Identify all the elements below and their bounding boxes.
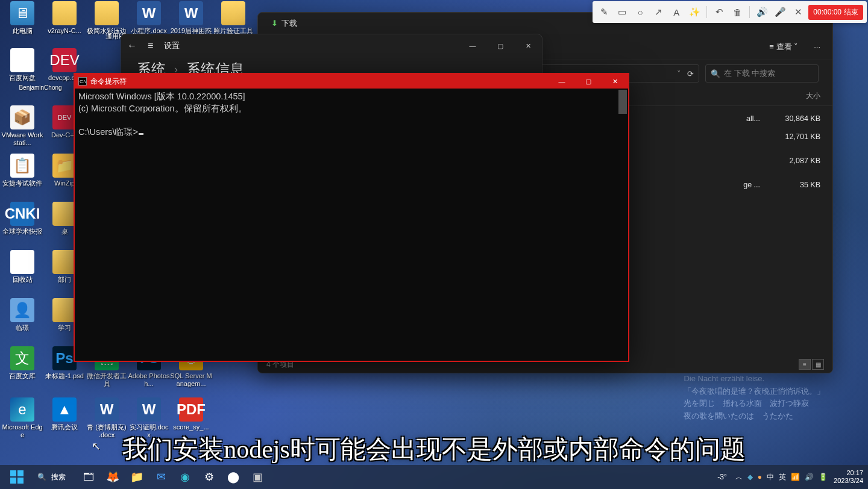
windows-logo-icon — [10, 470, 24, 484]
icon-tencent-meeting[interactable]: ▲腾讯会议 — [43, 397, 86, 431]
separator — [706, 6, 707, 18]
arrow-icon[interactable]: ↗ — [650, 4, 666, 20]
view-details-icon[interactable]: ≡ — [799, 359, 811, 370]
explorer-tab-label: 下载 — [281, 18, 297, 29]
search-box[interactable]: 🔍 在 下载 中搜索 — [705, 64, 819, 83]
clock-date: 2023/3/24 — [834, 477, 863, 485]
cmd-scrollbar[interactable] — [618, 90, 627, 114]
cmd-prompt: C:\Users\临璟> — [78, 127, 138, 137]
close-button[interactable]: ✕ — [514, 36, 542, 55]
back-icon[interactable]: ← — [127, 40, 137, 51]
pen-icon[interactable]: ✎ — [596, 4, 612, 20]
trash-icon[interactable]: 🗑 — [729, 4, 745, 20]
task-mail[interactable]: ✉ — [150, 466, 172, 488]
settings-titlebar[interactable]: ← ≡ 设置 — ▢ ✕ — [121, 34, 542, 57]
view-grid-icon[interactable]: ▦ — [812, 359, 824, 370]
icon-v2rayn[interactable]: v2rayN-C... — [43, 1, 86, 35]
chevron-up-icon[interactable]: ︿ — [735, 472, 743, 482]
search-label: 搜索 — [51, 472, 66, 482]
cmd-line1: Microsoft Windows [版本 10.0.22000.1455] — [78, 92, 245, 101]
cmd-titlebar[interactable]: C:\ 命令提示符 — ▢ ✕ — [75, 74, 628, 89]
speaker-icon[interactable]: 🔊 — [754, 4, 770, 20]
wifi-icon[interactable]: 📶 — [791, 473, 800, 481]
settings-title: 设置 — [164, 40, 180, 51]
video-subtitle: 我们安装nodejs时可能会出现不是外部或内部命令的问题 — [122, 432, 746, 466]
icon-this-pc[interactable]: 🖥此电脑 — [1, 1, 43, 35]
taskbar[interactable]: 🔍 搜索 🗔 🦊 📁 ✉ ◉ ⚙ ⬤ ▣ -3° ︿ ◆ ● 中 英 📶 🔊 🔋… — [0, 465, 868, 489]
cmd-icon: C:\ — [78, 77, 87, 86]
cmd-minimize-button[interactable]: — — [549, 74, 575, 89]
icon-cnki[interactable]: CNKI全球学术快报 — [1, 202, 43, 235]
weather-temp[interactable]: -3° — [717, 473, 726, 481]
highlighter-icon[interactable]: ✨ — [687, 4, 702, 20]
mic-icon[interactable]: 🎤 — [772, 4, 788, 20]
view-button[interactable]: ≡ 查看 ˅ — [764, 39, 803, 55]
taskbar-search[interactable]: 🔍 搜索 — [31, 468, 72, 486]
task-settings[interactable]: ⚙ — [198, 466, 220, 488]
icon-doc-qing[interactable]: W青 (赛博朋克) .docx — [86, 397, 128, 439]
icon-exam[interactable]: 📋安捷考试软件 — [1, 154, 43, 187]
cmd-maximize-button[interactable]: ▢ — [575, 74, 602, 89]
task-firefox[interactable]: 🦊 — [102, 466, 124, 488]
col-size[interactable]: 大小 — [760, 91, 832, 101]
icon-user-folder[interactable]: 👤临璟 — [1, 298, 43, 332]
system-tray[interactable]: ︿ ◆ ● 中 英 📶 🔊 🔋 — [735, 472, 828, 482]
undo-icon[interactable]: ↶ — [711, 4, 727, 20]
volume-icon[interactable]: 🔊 — [805, 473, 814, 481]
taskbar-clock[interactable]: 20:17 2023/3/24 — [834, 469, 863, 485]
task-explorer[interactable]: 🗔 — [78, 466, 99, 488]
menu-icon[interactable]: ≡ — [148, 40, 153, 51]
cmd-body[interactable]: Microsoft Windows [版本 10.0.22000.1455] (… — [75, 89, 628, 361]
rec-timer: 00:00:00 — [813, 8, 841, 16]
minimize-button[interactable]: — — [459, 36, 486, 55]
rec-end-button[interactable]: 00:00:00 结束 — [808, 5, 863, 20]
cmd-cursor — [139, 133, 143, 135]
separator — [749, 6, 750, 18]
task-edge[interactable]: ◉ — [174, 466, 196, 488]
recording-toolbar[interactable]: ✎ ▭ ○ ↗ A ✨ ↶ 🗑 🔊 🎤 ✕ 00:00:00 结束 — [593, 1, 867, 23]
tray-lang2[interactable]: 英 — [779, 472, 786, 482]
start-button[interactable] — [5, 466, 29, 488]
rec-end-label: 结束 — [844, 7, 858, 17]
clock-time: 20:17 — [834, 469, 863, 477]
icon-recycle-bin[interactable]: 🗑回收站 — [1, 250, 43, 284]
search-placeholder: 在 下载 中搜索 — [724, 68, 775, 79]
icon-doc-1[interactable]: W小程序.docx — [128, 1, 170, 35]
task-folder[interactable]: 📁 — [126, 466, 148, 488]
icon-baidupan[interactable]: ☁百度网盘 — [1, 48, 43, 82]
rect-icon[interactable]: ▭ — [614, 4, 630, 20]
cmd-close-button[interactable]: ✕ — [602, 74, 628, 89]
icon-vmware[interactable]: 📦VMware Workstati... — [1, 105, 43, 147]
cmd-window[interactable]: C:\ 命令提示符 — ▢ ✕ Microsoft Windows [版本 10… — [74, 73, 629, 362]
icon-pdf-score[interactable]: PDFscore_sy_... — [170, 397, 212, 431]
task-terminal[interactable]: ▣ — [247, 466, 268, 488]
icon-benjamin: BenjaminChong — [1, 84, 80, 92]
text-icon[interactable]: A — [668, 4, 684, 20]
icon-doc-2[interactable]: W2019届神困惑 — [170, 1, 212, 35]
tray-icon[interactable]: ◆ — [747, 473, 753, 481]
chevron-down-icon[interactable]: ˅ — [677, 69, 681, 78]
cmd-title: 命令提示符 — [90, 76, 127, 87]
refresh-icon[interactable]: ⟳ — [687, 69, 694, 78]
search-icon: 🔍 — [711, 69, 720, 78]
download-icon: ⬇ — [271, 19, 278, 28]
close-icon[interactable]: ✕ — [790, 4, 806, 20]
icon-baiduwenku[interactable]: 文百度文库 — [1, 346, 43, 380]
tray-lang1[interactable]: 中 — [767, 472, 774, 482]
more-button[interactable]: ··· — [809, 40, 825, 54]
search-icon: 🔍 — [37, 473, 46, 481]
explorer-tab-downloads[interactable]: ⬇ 下载 — [264, 16, 304, 31]
icon-folder-2[interactable]: 照片验证工具 — [212, 1, 254, 35]
icon-edge[interactable]: eMicrosoft Edge — [1, 397, 43, 439]
battery-icon[interactable]: 🔋 — [819, 473, 828, 481]
task-app[interactable]: ⬤ — [222, 466, 244, 488]
circle-icon[interactable]: ○ — [632, 4, 648, 20]
icon-folder-1[interactable]: 极简水彩压边 — [86, 1, 128, 35]
tray-icon[interactable]: ● — [758, 473, 762, 481]
maximize-button[interactable]: ▢ — [486, 36, 514, 55]
cmd-line2: (c) Microsoft Corporation。保留所有权利。 — [78, 104, 247, 113]
